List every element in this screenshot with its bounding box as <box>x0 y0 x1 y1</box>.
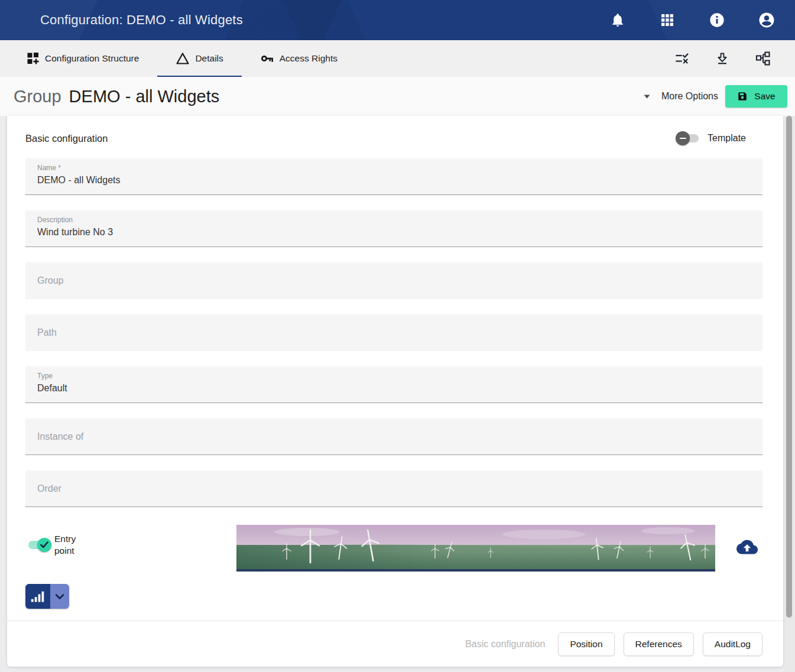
instance-of-field[interactable]: Instance of <box>25 418 762 455</box>
notifications-button[interactable] <box>609 12 626 28</box>
panel-footer: Basic configuration Position References … <box>7 621 783 667</box>
rule-icon <box>675 51 689 66</box>
upload-image-button[interactable] <box>735 537 759 557</box>
order-field[interactable]: Order <box>25 470 762 507</box>
field-placeholder: Group <box>37 275 63 286</box>
apps-grid-icon <box>660 13 674 27</box>
path-field: Path <box>25 314 762 351</box>
download-icon <box>715 51 729 66</box>
cloud-upload-icon <box>736 539 758 555</box>
page-title: Group DEMO - all Widgets <box>14 87 219 106</box>
template-toggle-group: Template <box>676 131 746 146</box>
position-button[interactable]: Position <box>558 632 614 656</box>
save-floppy-icon <box>737 91 748 102</box>
form-fields: Name * DEMO - all Widgets Description Wi… <box>25 158 762 507</box>
more-options-label: More Options <box>661 91 718 102</box>
tab-label: Details <box>195 53 223 64</box>
tab-configuration-structure[interactable]: Configuration Structure <box>8 40 157 77</box>
field-label: Description <box>37 216 753 224</box>
app-bar-actions <box>609 12 775 28</box>
dashboard-customize-icon <box>27 52 40 65</box>
auditlog-button[interactable]: AuditLog <box>703 632 762 656</box>
bell-icon <box>610 12 625 28</box>
field-placeholder: Instance of <box>37 431 83 442</box>
description-field[interactable]: Description Wind turbine No 3 <box>25 210 762 247</box>
field-value: Wind turbine No 3 <box>37 227 753 238</box>
tab-details[interactable]: Details <box>157 40 241 77</box>
minus-icon <box>680 138 686 139</box>
page-header: Group DEMO - all Widgets More Options Sa… <box>0 77 795 116</box>
download-button[interactable] <box>715 51 730 66</box>
account-button[interactable] <box>758 12 775 28</box>
apps-button[interactable] <box>659 12 676 28</box>
info-icon <box>709 12 725 28</box>
caret-down-icon <box>644 95 650 99</box>
field-label: Name * <box>37 164 753 172</box>
tree-icon <box>755 51 770 66</box>
app-title: Configuration: DEMO - all Widgets <box>40 12 243 28</box>
entity-name-label: DEMO - all Widgets <box>69 87 220 106</box>
triangle-icon <box>176 52 190 65</box>
entry-point-label: Entry point <box>54 533 82 557</box>
tab-bar-actions <box>674 51 770 66</box>
field-placeholder: Order <box>37 483 61 494</box>
app-bar: Configuration: DEMO - all Widgets <box>0 0 795 40</box>
section-row: Basic configuration Template <box>25 131 762 145</box>
tree-button[interactable] <box>755 51 770 66</box>
name-field[interactable]: Name * DEMO - all Widgets <box>25 158 762 195</box>
header-actions: More Options Save <box>644 85 787 108</box>
field-placeholder: Path <box>37 327 57 338</box>
section-title: Basic configuration <box>25 133 108 144</box>
tab-label: Access Rights <box>280 53 338 64</box>
tab-access-rights[interactable]: Access Rights <box>242 40 356 77</box>
info-button[interactable] <box>709 12 725 28</box>
field-value: Default <box>37 383 753 394</box>
tab-label: Configuration Structure <box>45 53 139 64</box>
more-options-button[interactable]: More Options <box>644 91 718 102</box>
toggle-thumb <box>676 131 690 145</box>
toggle-thumb <box>37 538 51 552</box>
references-button[interactable]: References <box>624 632 694 656</box>
account-icon <box>758 11 775 29</box>
template-toggle[interactable] <box>676 131 700 146</box>
preview-image <box>236 525 715 572</box>
group-field: Group <box>25 262 762 299</box>
scrollbar-thumb[interactable] <box>786 116 792 618</box>
rule-button[interactable] <box>674 51 690 66</box>
field-value: DEMO - all Widgets <box>37 175 753 186</box>
chart-type-select[interactable] <box>25 584 69 609</box>
type-field[interactable]: Type Default <box>25 366 762 403</box>
entity-type-label: Group <box>14 87 61 106</box>
details-panel: Basic configuration Template Name * DEMO… <box>7 116 783 667</box>
entry-point-toggle[interactable] <box>27 537 51 553</box>
chevron-down-icon <box>50 584 69 609</box>
media-row: Entry point <box>25 525 762 572</box>
bar-chart-icon <box>25 584 50 609</box>
save-button[interactable]: Save <box>725 85 787 108</box>
tab-active-underline <box>157 76 241 77</box>
check-icon <box>40 541 48 548</box>
field-label: Type <box>37 372 753 380</box>
tab-bar: Configuration Structure Details Access R… <box>0 40 795 77</box>
footer-current-section: Basic configuration <box>465 639 545 650</box>
save-label: Save <box>754 91 775 102</box>
key-icon <box>260 51 274 66</box>
entry-point-toggle-group: Entry point <box>27 533 82 557</box>
template-toggle-label: Template <box>708 133 746 144</box>
